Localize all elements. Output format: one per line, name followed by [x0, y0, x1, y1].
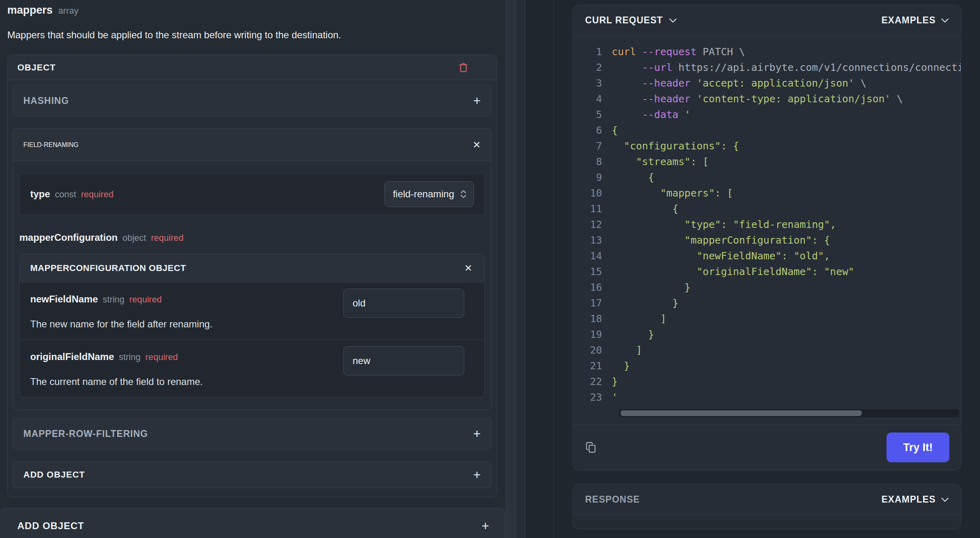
chevron-down-icon — [941, 497, 949, 502]
code-line: 19 } — [583, 327, 961, 342]
trash-icon — [458, 62, 469, 74]
original-field-name: originalFieldName — [30, 351, 114, 362]
curl-request-title: CURL REQUEST — [585, 15, 663, 26]
close-icon[interactable]: ✕ — [473, 140, 481, 150]
code-line: 9 { — [583, 170, 961, 185]
close-icon[interactable]: ✕ — [464, 263, 472, 273]
new-field-name-description: The new name for the field after renamin… — [30, 319, 473, 330]
code-line: 11 { — [583, 201, 961, 217]
select-arrows-icon — [460, 189, 467, 199]
type-row: type const required field-renaming — [19, 173, 485, 215]
code-line: 6{ — [583, 122, 961, 138]
code-line: 8 "streams": [ — [583, 154, 961, 170]
mapper-configuration-card-title: MAPPERCONFIGURATION OBJECT — [30, 263, 186, 273]
code-line: 17 } — [583, 295, 961, 311]
add-object-button[interactable]: ADD OBJECT + — [12, 461, 492, 488]
curl-request-language-dropdown[interactable]: CURL REQUEST — [585, 15, 677, 26]
add-object-label: ADD OBJECT — [23, 470, 85, 480]
response-panel: RESPONSE EXAMPLES — [573, 484, 961, 529]
original-field-name-description: The current name of the field to rename. — [30, 376, 473, 387]
copy-icon — [584, 441, 597, 454]
object-card: OBJECT HAS — [7, 55, 497, 497]
response-examples-label: EXAMPLES — [881, 494, 936, 505]
original-field-name-required: required — [145, 352, 178, 362]
response-body — [573, 515, 961, 529]
pane-scrollbar[interactable] — [506, 0, 516, 538]
code-scrollbar-thumb[interactable] — [621, 410, 862, 416]
original-field-name-input[interactable] — [343, 346, 464, 375]
new-field-name: newFieldName — [30, 294, 98, 305]
field-renaming-title: FIELD-RENAMING — [23, 141, 79, 149]
type-prop-name: type — [30, 188, 50, 200]
field-name: mappers — [7, 4, 53, 17]
field-type-badge: array — [58, 6, 79, 16]
code-line: 20 ] — [583, 342, 961, 358]
code-line: 16 } — [583, 279, 961, 295]
object-card-title: OBJECT — [17, 62, 56, 73]
code-line: 15 "originalFieldName": "new" — [583, 264, 961, 279]
response-title: RESPONSE — [585, 494, 640, 505]
type-select-value: field-renaming — [393, 188, 454, 200]
mapper-configuration-name: mapperConfiguration — [19, 232, 118, 243]
schema-pane: mappers array Mappers that should be app… — [0, 0, 506, 538]
delete-object-button[interactable] — [458, 62, 469, 74]
code-line: 3 --header 'accept: application/json' \ — [583, 75, 961, 91]
response-header: RESPONSE EXAMPLES — [573, 484, 961, 515]
code-line: 4 --header 'content-type: application/js… — [583, 91, 961, 107]
hashing-title: HASHING — [23, 95, 69, 106]
pane-scrollbar-track — [516, 0, 525, 538]
mapper-configuration-card: MAPPERCONFIGURATION OBJECT ✕ newFieldNam… — [19, 254, 485, 397]
code-line: 5 --data ' — [583, 107, 961, 122]
new-field-name-required: required — [129, 294, 162, 305]
code-line: 12 "type": "field-renaming", — [583, 217, 961, 232]
try-it-button[interactable]: Try It! — [887, 432, 949, 462]
field-description: Mappers that should be applied to the st… — [7, 29, 506, 41]
section-mapper-row-filtering[interactable]: MAPPER-ROW-FILTERING + — [12, 418, 492, 449]
copy-code-button[interactable] — [584, 441, 597, 454]
code-line: 1curl --request PATCH \ — [583, 44, 961, 60]
code-line: 21 } — [583, 358, 961, 374]
type-prop-meta: const — [55, 189, 76, 200]
plus-icon: + — [473, 468, 481, 481]
curl-request-panel: CURL REQUEST EXAMPLES 1curl --request PA… — [573, 5, 961, 470]
mapper-configuration-label: mapperConfiguration object required — [19, 232, 485, 244]
api-docs-page: mappers array Mappers that should be app… — [0, 0, 980, 538]
field-renaming-body: type const required field-renaming — [13, 173, 491, 410]
add-object-outer-button[interactable]: ADD OBJECT + — [1, 508, 505, 538]
mapper-configuration-meta: object — [122, 233, 146, 243]
object-card-header: OBJECT — [8, 55, 496, 80]
curl-panel-footer: Try It! — [573, 424, 961, 470]
section-field-renaming: FIELD-RENAMING ✕ type const required — [12, 128, 492, 410]
code-lines: 1curl --request PATCH \2 --url https://a… — [583, 44, 961, 405]
chevron-down-icon — [669, 18, 677, 23]
code-line: 14 "newFieldName": "old", — [583, 248, 961, 264]
code-line: 13 "mapperConfiguration": { — [583, 232, 961, 248]
column-divider — [553, 0, 554, 538]
code-line: 22} — [583, 374, 961, 389]
response-examples-dropdown[interactable]: EXAMPLES — [881, 494, 949, 505]
type-select[interactable]: field-renaming — [384, 181, 474, 207]
original-field-name-meta: string — [119, 352, 141, 362]
mapper-configuration-card-header: MAPPERCONFIGURATION OBJECT ✕ — [20, 254, 484, 282]
object-card-body: HASHING + FIELD-RENAMING ✕ type — [8, 80, 496, 497]
request-column: CURL REQUEST EXAMPLES 1curl --request PA… — [573, 5, 961, 529]
chevron-down-icon — [941, 18, 949, 23]
request-examples-dropdown[interactable]: EXAMPLES — [881, 15, 949, 26]
code-line: 2 --url https://api.airbyte.com/v1/conne… — [583, 60, 961, 75]
section-hashing[interactable]: HASHING + — [12, 85, 492, 116]
code-line: 18 ] — [583, 311, 961, 327]
code-line: 7 "configurations": { — [583, 138, 961, 154]
plus-icon: + — [482, 519, 489, 532]
add-object-outer-label: ADD OBJECT — [17, 520, 84, 532]
new-field-name-row: newFieldName string required The new nam… — [20, 282, 484, 339]
original-field-name-row: originalFieldName string required The cu… — [20, 339, 484, 397]
new-field-name-input[interactable] — [343, 289, 464, 318]
type-prop-required: required — [81, 189, 114, 200]
curl-code-block: 1curl --request PATCH \2 --url https://a… — [573, 36, 961, 424]
code-horizontal-scrollbar — [619, 409, 959, 417]
new-field-name-meta: string — [103, 294, 125, 305]
plus-icon: + — [473, 94, 481, 107]
mapper-row-filtering-title: MAPPER-ROW-FILTERING — [23, 428, 148, 439]
request-examples-label: EXAMPLES — [881, 15, 936, 26]
curl-request-header: CURL REQUEST EXAMPLES — [573, 5, 961, 36]
